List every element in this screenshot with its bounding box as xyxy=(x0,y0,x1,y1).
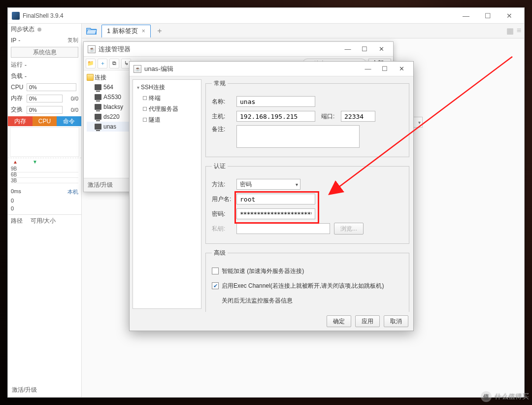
swap-ratio: 0/0 xyxy=(65,107,78,113)
app-title: FinalShell 3.9.4 xyxy=(23,12,64,19)
list-view-icon[interactable]: ≡ xyxy=(517,26,521,35)
editor-close-button[interactable]: ✕ xyxy=(394,63,409,75)
note-field[interactable] xyxy=(236,125,360,148)
java-icon: ☕ xyxy=(133,65,141,73)
editor-max-button[interactable]: ☐ xyxy=(377,63,393,75)
nav-proxy[interactable]: 代理服务器 xyxy=(134,103,200,114)
label-method: 方法: xyxy=(212,180,236,189)
col-size[interactable]: 可用/大小 xyxy=(31,217,56,225)
sync-status-label: 同步状态 xyxy=(11,25,34,34)
editor-title: unas-编辑 xyxy=(144,65,173,73)
tab-close-icon[interactable]: × xyxy=(142,28,145,34)
main-window: FinalShell 3.9.4 — ☐ ✕ 同步状态 IP - 复制 运行 - xyxy=(7,7,525,398)
load-value: - xyxy=(25,73,27,80)
password-field[interactable] xyxy=(236,208,315,219)
host-icon xyxy=(95,104,101,110)
auth-method-select[interactable]: 密码 xyxy=(236,179,300,190)
cpu-meter: 0% xyxy=(27,83,76,91)
nav-tunnel[interactable]: 隧道 xyxy=(134,114,200,125)
editor-min-button[interactable]: — xyxy=(360,63,376,75)
label-username: 用户名: xyxy=(212,195,236,203)
view-toggle: ▦ ≡ xyxy=(506,26,524,35)
label-note: 备注: xyxy=(212,125,236,134)
editor-nav-tree[interactable]: ▾SSH连接 终端 代理服务器 隧道 xyxy=(133,79,201,309)
new-connection-icon[interactable]: ＋ xyxy=(98,59,107,68)
maximize-button[interactable]: ☐ xyxy=(477,8,499,23)
grid-view-icon[interactable]: ▦ xyxy=(506,26,514,35)
tab-label: 1 新标签页 xyxy=(107,27,138,35)
host-icon xyxy=(95,94,101,100)
group-advanced: 高级 智能加速 (加速海外服务器连接) ✔ 启用Exec Channel(若连接… xyxy=(205,249,409,312)
mem-ratio: 0/0 xyxy=(65,96,78,101)
ok-button[interactable]: 确定 xyxy=(327,315,351,327)
arrow-down-icon: ▼ xyxy=(33,159,37,165)
minimize-button[interactable]: — xyxy=(455,8,477,23)
opt-exec-note: 关闭后无法监控服务器信息 xyxy=(222,297,293,305)
apply-button[interactable]: 应用 xyxy=(355,315,380,327)
label-privatekey: 私钥: xyxy=(212,225,236,233)
tab-command[interactable]: 命令 xyxy=(57,116,81,126)
col-path[interactable]: 路径 xyxy=(11,217,31,225)
ip-label: IP xyxy=(11,37,16,44)
mem-meter: 0% xyxy=(27,95,63,102)
group-auth: 认证 方法: 密码 用户名: 密码: xyxy=(205,162,409,244)
label-host: 主机: xyxy=(212,112,236,121)
activate-link[interactable]: 激活/升级 xyxy=(8,383,81,397)
network-mini-chart: ▲ ▼ 9B 6B 3B xyxy=(8,158,81,187)
main-titlebar[interactable]: FinalShell 3.9.4 — ☐ ✕ xyxy=(8,8,524,24)
conn-mgr-min-button[interactable]: — xyxy=(340,43,356,55)
privatekey-field xyxy=(236,223,330,234)
checkbox-exec[interactable]: ✔ xyxy=(212,282,219,289)
folder-icon xyxy=(87,74,94,81)
conn-mgr-close-button[interactable]: ✕ xyxy=(373,43,389,55)
system-info-button[interactable] xyxy=(11,47,78,58)
ping-ms: 0ms xyxy=(11,188,21,196)
cancel-button[interactable]: 取消 xyxy=(384,315,408,327)
sync-status-dot xyxy=(37,28,41,32)
watermark-logo-icon: 值 xyxy=(481,391,492,402)
close-button[interactable]: ✕ xyxy=(499,8,520,23)
opt-exec-label: 启用Exec Channel(若连接上就被断开,请关闭该项,比如跳板机) xyxy=(222,282,384,290)
content-area: 1 新标签页 × + ▦ ≡ ☕ 连接管理器 — ☐ ✕ xyxy=(82,24,524,397)
label-name: 名称: xyxy=(212,98,236,106)
tab-cpu[interactable]: CPU xyxy=(33,116,57,126)
metric-chart-area xyxy=(10,127,79,157)
editor-titlebar[interactable]: ☕ unas-编辑 — ☐ ✕ xyxy=(130,62,413,76)
nav-terminal[interactable]: 终端 xyxy=(134,93,200,103)
tab-new[interactable]: 1 新标签页 × xyxy=(101,25,151,37)
conn-mgr-max-button[interactable]: ☐ xyxy=(357,43,372,55)
browse-button: 浏览... xyxy=(334,223,364,235)
host-icon xyxy=(95,124,101,130)
run-label: 运行 xyxy=(11,61,23,69)
sidebar: 同步状态 IP - 复制 运行 - 负载 - CPU 0% xyxy=(8,24,82,397)
conn-mgr-titlebar[interactable]: ☕ 连接管理器 — ☐ ✕ xyxy=(84,42,393,57)
copy-link[interactable]: 复制 xyxy=(67,36,78,44)
tab-memory[interactable]: 内存 xyxy=(8,116,33,126)
group-general: 常规 名称: 主机: 端口: xyxy=(205,79,409,157)
swap-meter: 0% xyxy=(27,106,63,114)
editor-footer: 确定 应用 取消 xyxy=(130,312,413,331)
checkbox-accel[interactable] xyxy=(212,268,219,274)
window-controls: — ☐ ✕ xyxy=(455,8,520,23)
run-value: - xyxy=(25,62,27,68)
copy-icon[interactable]: ⧉ xyxy=(109,59,119,68)
app-icon xyxy=(12,12,20,20)
open-folder-icon[interactable] xyxy=(85,26,99,36)
username-field[interactable] xyxy=(236,194,315,204)
ip-value: - xyxy=(18,37,20,44)
label-password: 密码: xyxy=(212,210,236,218)
conn-mgr-title: 连接管理器 xyxy=(99,45,131,54)
java-icon: ☕ xyxy=(88,45,96,53)
host-field[interactable] xyxy=(236,111,315,122)
label-port: 端口: xyxy=(321,112,341,121)
port-field[interactable] xyxy=(341,111,375,122)
watermark: 值 什么值得买 xyxy=(481,391,529,402)
tabs-row: 1 新标签页 × + ▦ ≡ xyxy=(82,24,524,38)
mem-label: 内存 xyxy=(11,94,25,102)
arrow-up-icon: ▲ xyxy=(13,159,18,165)
new-folder-icon[interactable]: 📁 xyxy=(86,59,96,68)
name-field[interactable] xyxy=(236,96,315,107)
metric-tab-strip: 内存 CPU 命令 xyxy=(8,116,81,126)
load-label: 负载 xyxy=(11,72,23,80)
tab-add-button[interactable]: + xyxy=(154,27,166,35)
